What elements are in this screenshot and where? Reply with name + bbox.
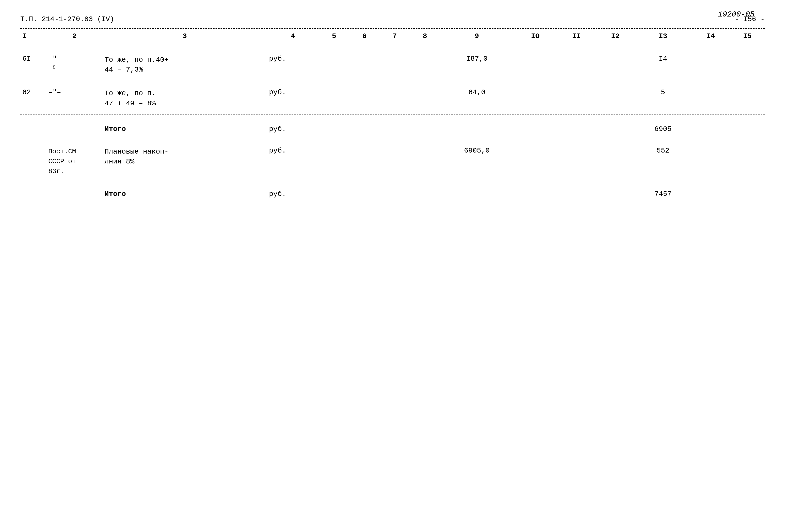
row-62-unit: руб. <box>267 85 319 111</box>
row-62-col13: 5 <box>635 85 691 111</box>
row-61-unit: руб. <box>267 52 319 78</box>
col-header-8: 8 <box>410 29 440 44</box>
table-row: Итого руб. 7457 <box>20 187 765 201</box>
row-61-col7 <box>379 52 410 78</box>
doc-id-label: 19200-05 <box>718 10 755 19</box>
plan-col12 <box>596 144 635 180</box>
row-61-desc: То же, по п.40+44 – 7,3% <box>103 52 267 78</box>
col-header-9: 9 <box>440 29 514 44</box>
plan-col9: 6905,0 <box>440 144 514 180</box>
itogo2-unit: руб. <box>267 187 319 201</box>
itogo1-col2 <box>46 122 103 136</box>
row-62-desc: То же, по п.47 + 49 – 8% <box>103 85 267 111</box>
itogo2-col12 <box>596 187 635 201</box>
row-62-col15 <box>730 85 765 111</box>
spacer-plan <box>20 180 765 187</box>
itogo1-col1 <box>20 122 46 136</box>
plan-value: 552 <box>635 144 691 180</box>
row-62-col12 <box>596 85 635 111</box>
plan-col10 <box>514 144 557 180</box>
row-62-num: 62 <box>20 85 46 111</box>
itogo1-col5 <box>319 122 349 136</box>
row-62-col9: 64,0 <box>440 85 514 111</box>
row-62-col7 <box>379 85 410 111</box>
row-62-col11 <box>557 85 596 111</box>
col-header-2: 2 <box>46 29 103 44</box>
main-table: I 2 3 4 5 6 7 8 9 IO II I2 I3 I4 I5 6I –… <box>20 29 765 201</box>
table-row: Итого руб. 6905 <box>20 122 765 136</box>
row-62-col10 <box>514 85 557 111</box>
col-header-5: 5 <box>319 29 349 44</box>
itogo2-col10 <box>514 187 557 201</box>
itogo2-col8 <box>410 187 440 201</box>
itogo1-col9 <box>440 122 514 136</box>
itogo2-col15 <box>730 187 765 201</box>
itogo1-unit: руб. <box>267 122 319 136</box>
row-61-col11 <box>557 52 596 78</box>
plan-col6 <box>349 144 379 180</box>
row-62-col14 <box>691 85 730 111</box>
itogo1-value: 6905 <box>635 122 691 136</box>
col-header-10: IO <box>514 29 557 44</box>
row-61-col6 <box>349 52 379 78</box>
row-61-col10 <box>514 52 557 78</box>
col-header-1: I <box>20 29 46 44</box>
row-62-col8 <box>410 85 440 111</box>
plan-col11 <box>557 144 596 180</box>
table-row: Пост.СМСССР от83г. Плановые накоп-лния 8… <box>20 144 765 180</box>
doc-header: Т.П. 214-1-270.83 (IV) - I56 - <box>20 15 765 23</box>
itogo1-col14 <box>691 122 730 136</box>
itogo2-col5 <box>319 187 349 201</box>
col-header-12: I2 <box>596 29 635 44</box>
spacer-61 <box>20 78 765 85</box>
itogo2-value: 7457 <box>635 187 691 201</box>
column-header-row: I 2 3 4 5 6 7 8 9 IO II I2 I3 I4 I5 <box>20 29 765 44</box>
col-header-4: 4 <box>267 29 319 44</box>
mid-separator-row <box>20 111 765 114</box>
itogo2-label: Итого <box>103 187 267 201</box>
itogo1-label: Итого <box>103 122 267 136</box>
row-61-col8 <box>410 52 440 78</box>
itogo2-col2 <box>46 187 103 201</box>
col-header-15: I5 <box>730 29 765 44</box>
plan-col7 <box>379 144 410 180</box>
col-header-6: 6 <box>349 29 379 44</box>
itogo2-col1 <box>20 187 46 201</box>
col-header-13: I3 <box>635 29 691 44</box>
plan-ref: Пост.СМСССР от83г. <box>46 144 103 180</box>
itogo1-col7 <box>379 122 410 136</box>
row-61-col14 <box>691 52 730 78</box>
row-61-col9: I87,0 <box>440 52 514 78</box>
itogo2-col11 <box>557 187 596 201</box>
table-row: 6I –"–ε То же, по п.40+44 – 7,3% руб. I8… <box>20 52 765 78</box>
spacer-after-header <box>20 44 765 52</box>
itogo2-col9 <box>440 187 514 201</box>
spacer-after-sep <box>20 114 765 122</box>
itogo1-col6 <box>349 122 379 136</box>
itogo1-col10 <box>514 122 557 136</box>
plan-col1 <box>20 144 46 180</box>
plan-col14 <box>691 144 730 180</box>
plan-col8 <box>410 144 440 180</box>
plan-unit: руб. <box>267 144 319 180</box>
itogo1-col11 <box>557 122 596 136</box>
row-61-col13: I4 <box>635 52 691 78</box>
itogo2-col7 <box>379 187 410 201</box>
plan-desc: Плановые накоп-лния 8% <box>103 144 267 180</box>
itogo2-col14 <box>691 187 730 201</box>
col-header-14: I4 <box>691 29 730 44</box>
itogo1-col15 <box>730 122 765 136</box>
plan-col5 <box>319 144 349 180</box>
table-row: 62 –"– То же, по п.47 + 49 – 8% руб. 64,… <box>20 85 765 111</box>
itogo1-col12 <box>596 122 635 136</box>
doc-title: Т.П. 214-1-270.83 (IV) <box>20 15 114 23</box>
itogo2-col6 <box>349 187 379 201</box>
col-header-7: 7 <box>379 29 410 44</box>
row-62-ref: –"– <box>46 85 103 111</box>
row-61-ref: –"–ε <box>46 52 103 78</box>
plan-col15 <box>730 144 765 180</box>
row-62-col6 <box>349 85 379 111</box>
itogo1-col8 <box>410 122 440 136</box>
row-61-num: 6I <box>20 52 46 78</box>
row-62-col5 <box>319 85 349 111</box>
